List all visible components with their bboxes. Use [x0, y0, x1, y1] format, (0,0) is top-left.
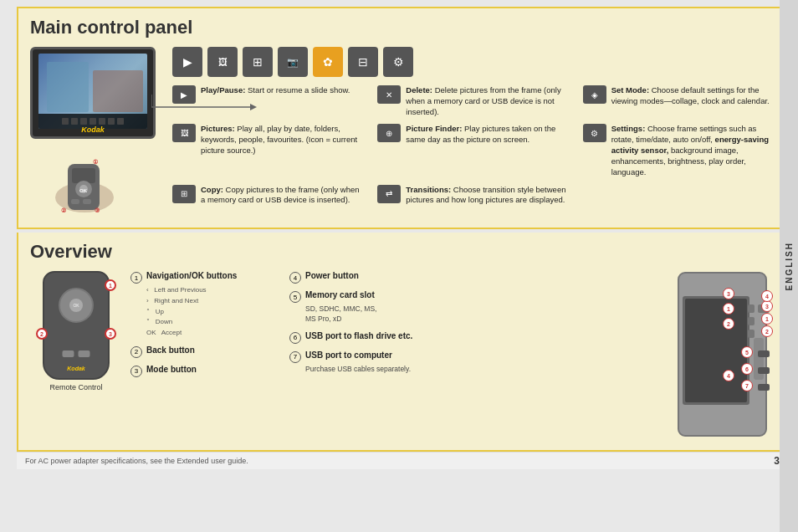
- gear-icon[interactable]: ⚙: [383, 47, 413, 77]
- overview-right-device: 3 1 2 4 3 1 2 4 5 6 7: [432, 271, 775, 438]
- pictures-desc: 🖼 Pictures: Play all, play by date, fold…: [172, 124, 364, 177]
- svg-text:③: ③: [95, 207, 100, 213]
- set-mode-text: Set Mode: Choose default settings for th…: [611, 85, 775, 107]
- frame-image: Kodak: [30, 47, 156, 139]
- nav-ok-label: Navigation/OK buttons: [146, 271, 237, 280]
- svg-text:OK: OK: [79, 188, 88, 193]
- icons-row: ▶ 🖼 ⊞ 📷 ✿ ⊟ ⚙: [172, 47, 775, 77]
- nav-ok-item: 1 Navigation/OK buttons ‹ Left and Previ…: [130, 271, 281, 339]
- mode-button-title: 3 Mode button: [130, 365, 281, 377]
- nav-arrows: ‹ Left and Previous › Right and Next ˄ U…: [146, 285, 281, 339]
- top-content: Kodak: [30, 47, 775, 216]
- transitions-text: Transitions: Choose transition style bet…: [406, 185, 569, 207]
- usb-computer-label: USB port to computer: [305, 350, 392, 360]
- svg-rect-16: [685, 299, 747, 402]
- device-illustration: 3 1 2 4 3 1 2 4 5 6 7: [674, 271, 775, 438]
- collage-icon[interactable]: ⊟: [348, 47, 378, 77]
- copy-text: Copy: Copy pictures to the frame (only w…: [201, 185, 364, 207]
- flower-icon[interactable]: ✿: [313, 47, 343, 77]
- mode-btn: [79, 350, 90, 357]
- hand-remote-illustration: OK ② ③ ①: [43, 147, 164, 216]
- main-control-panel-title: Main control panel: [30, 17, 775, 38]
- delete-desc: ✕ Delete: Delete pictures from the frame…: [377, 85, 569, 117]
- hand-svg: OK ② ③ ①: [43, 147, 126, 214]
- svg-rect-10: [83, 199, 91, 204]
- play-pause-icon[interactable]: ▶: [172, 47, 202, 77]
- transitions-icon-small: ⇄: [377, 185, 401, 203]
- page-number: 3: [774, 455, 780, 467]
- power-button-title: 4 Power button: [289, 271, 423, 284]
- svg-rect-9: [71, 199, 79, 204]
- set-mode-desc: ◈ Set Mode: Choose default settings for …: [583, 85, 775, 117]
- memory-card-item: 5 Memory card slot SD, SDHC, MMC, MS,MS …: [289, 290, 423, 325]
- remote-badge-2: 2: [36, 328, 48, 340]
- pictures-text: Pictures: Play all, play by date, folder…: [201, 124, 364, 156]
- dpad-center: OK: [69, 299, 83, 312]
- svg-text:①: ①: [93, 159, 99, 165]
- svg-rect-19: [758, 367, 770, 374]
- frame-screen: [38, 54, 147, 129]
- back-button-item: 2 Back button: [130, 345, 281, 358]
- camera-icon[interactable]: 📷: [278, 47, 308, 77]
- kodak-logo: Kodak: [81, 125, 105, 134]
- remote-body-wrapper: OK Kodak 1 2 3: [43, 271, 110, 380]
- power-button-item: 4 Power button: [289, 271, 423, 284]
- mode-button-num: 3: [130, 366, 142, 377]
- device-badge-1-correct: 1: [723, 303, 734, 315]
- usb-computer-num: 7: [289, 351, 301, 363]
- settings-icon-small: ⚙: [583, 124, 606, 142]
- memory-card-label: Memory card slot: [305, 290, 375, 299]
- usb-flash-title: 6 USB port to flash drive etc.: [289, 331, 423, 344]
- power-button-num: 4: [289, 272, 301, 284]
- svg-rect-20: [758, 384, 770, 391]
- device-area: Kodak: [30, 47, 164, 216]
- picture-finder-text: Picture Finder: Play pictures taken on t…: [406, 124, 569, 146]
- transitions-desc: ⇄ Transitions: Choose transition style b…: [377, 185, 569, 207]
- remote-dpad: OK: [59, 288, 94, 323]
- remote-badge-3: 3: [105, 328, 116, 340]
- footer-text: For AC power adapter specifications, see…: [25, 457, 248, 465]
- usb-flash-num: 6: [289, 332, 301, 344]
- remote-badge-1: 1: [105, 279, 116, 291]
- memory-card-title: 5 Memory card slot: [289, 290, 423, 303]
- usb-computer-item: 7 USB port to computer Purchase USB cabl…: [289, 350, 423, 375]
- pictures-icon[interactable]: 🖼: [207, 47, 238, 77]
- arrow-lines: [151, 90, 281, 111]
- delete-text: Delete: Delete pictures from the frame (…: [406, 85, 569, 117]
- device-badge-5: 5: [741, 346, 753, 358]
- svg-text:②: ②: [61, 207, 67, 213]
- overview-left-items: 1 Navigation/OK buttons ‹ Left and Previ…: [130, 271, 281, 384]
- overview-middle-items: 4 Power button 5 Memory card slot SD, SD…: [289, 271, 423, 381]
- bottom-buttons: [63, 350, 90, 357]
- picture-finder-desc: ⊕ Picture Finder: Play pictures taken on…: [377, 124, 569, 177]
- device-badge-2-correct: 2: [723, 318, 734, 330]
- nav-ok-num: 1: [130, 272, 142, 284]
- overview-title: Overview: [30, 241, 775, 263]
- nav-ok-title: 1 Navigation/OK buttons: [130, 271, 281, 284]
- settings-desc: ⚙ Settings: Choose frame settings such a…: [583, 124, 775, 177]
- power-button-label: Power button: [305, 271, 359, 280]
- set-mode-icon-small: ◈: [583, 85, 606, 104]
- english-side-tab: ENGLISH: [780, 0, 798, 532]
- device-badge-4-correct: 4: [723, 370, 734, 381]
- icons-and-descriptions: ▶ 🖼 ⊞ 📷 ✿ ⊟ ⚙ ▶ Play/Pause: Start or res…: [172, 47, 775, 206]
- remote-diagram: OK Kodak 1 2 3 Remote: [30, 271, 122, 391]
- mode-button-item: 3 Mode button: [130, 365, 281, 377]
- back-button-label: Back button: [146, 345, 195, 355]
- back-button-title: 2 Back button: [130, 345, 281, 358]
- usb-computer-title: 7 USB port to computer: [289, 350, 423, 363]
- device-badge-7: 7: [741, 380, 753, 391]
- delete-icon-small: ✕: [377, 85, 401, 104]
- device-badge-3: 3: [761, 300, 773, 312]
- empty-cell: [583, 185, 775, 207]
- remote-caption: Remote Control: [30, 383, 122, 391]
- usb-computer-sub: Purchase USB cables separately.: [305, 365, 423, 375]
- device-badge-6: 6: [741, 363, 753, 375]
- device-badge-4: 4: [761, 290, 773, 302]
- svg-rect-22: [748, 304, 755, 313]
- svg-marker-1: [250, 104, 257, 110]
- back-button-num: 2: [130, 346, 142, 358]
- remote-kodak-logo: Kodak: [67, 366, 84, 371]
- copy-icon[interactable]: ⊞: [243, 47, 273, 77]
- memory-card-sub: SD, SDHC, MMC, MS,MS Pro, xD: [305, 304, 423, 325]
